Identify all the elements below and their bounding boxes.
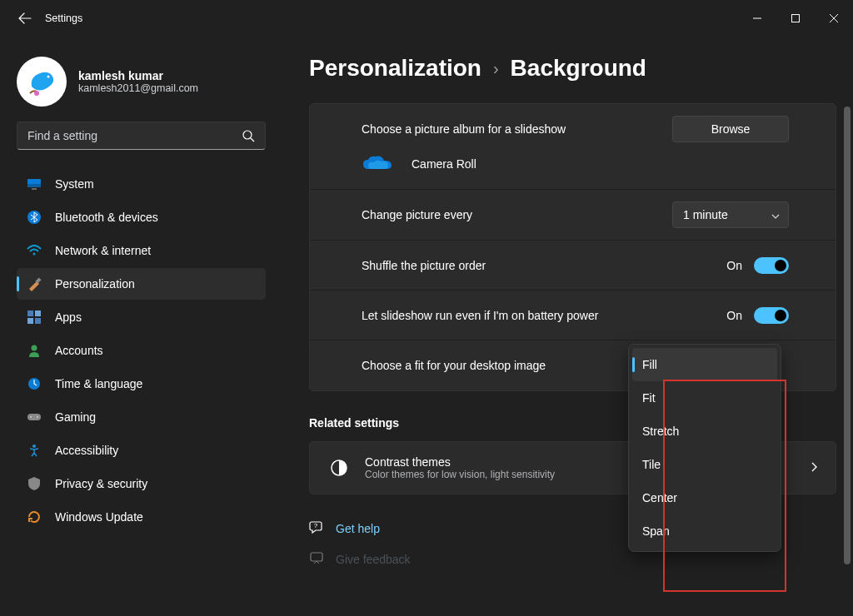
fit-option-tile[interactable]: Tile: [632, 448, 777, 481]
account-name: kamlesh kumar: [78, 69, 198, 82]
search-input[interactable]: [27, 129, 242, 142]
back-button[interactable]: [8, 2, 42, 35]
battery-row: Let slideshow run even if I'm on battery…: [310, 291, 836, 340]
sidebar-item-label: Bluetooth & devices: [55, 211, 158, 224]
fit-option-center[interactable]: Center: [632, 481, 777, 514]
album-name: Camera Roll: [412, 157, 476, 171]
choose-album-row: Choose a picture album for a slideshow B…: [310, 104, 836, 154]
svg-point-17: [30, 416, 32, 418]
breadcrumb: Personalization › Background: [309, 55, 836, 82]
sidebar-item-time[interactable]: Time & language: [17, 368, 266, 400]
give-feedback-link[interactable]: Give feedback: [309, 550, 836, 568]
shuffle-row: Shuffle the picture order On: [310, 241, 836, 291]
sidebar-item-personalization[interactable]: Personalization: [17, 268, 266, 300]
battery-value: On: [726, 309, 742, 322]
minimize-button[interactable]: [738, 6, 776, 31]
fit-option-span[interactable]: Span: [632, 514, 777, 548]
svg-text:?: ?: [314, 522, 318, 529]
arrow-left-icon: [18, 12, 32, 25]
minimize-icon: [753, 14, 761, 22]
contrast-icon: [328, 457, 350, 479]
browse-button[interactable]: Browse: [672, 116, 789, 142]
close-icon: [830, 14, 838, 22]
svg-rect-16: [27, 414, 41, 420]
sidebar-item-apps[interactable]: Apps: [17, 301, 266, 333]
sidebar-item-label: Privacy & security: [55, 477, 147, 490]
svg-rect-11: [35, 310, 41, 316]
svg-point-8: [33, 253, 36, 256]
onedrive-icon: [362, 154, 393, 174]
svg-rect-5: [27, 184, 41, 187]
feedback-icon: [309, 550, 324, 568]
fit-dropdown-menu: Fill Fit Stretch Tile Center Span: [628, 344, 781, 552]
sidebar-item-system[interactable]: System: [17, 168, 266, 200]
sidebar-item-label: Windows Update: [55, 510, 143, 524]
dropdown-value: 1 minute: [683, 208, 728, 221]
fit-option-fill[interactable]: Fill: [632, 348, 777, 381]
svg-point-1: [47, 76, 50, 78]
search-box[interactable]: [17, 122, 266, 150]
bird-icon: [22, 62, 62, 102]
account-email: kamlesh2011@gmail.com: [78, 82, 198, 94]
clock-globe-icon: [27, 376, 42, 391]
change-every-dropdown[interactable]: 1 minute: [672, 201, 789, 228]
sidebar-item-privacy[interactable]: Privacy & security: [17, 468, 266, 499]
chevron-right-icon: ›: [493, 59, 499, 78]
close-button[interactable]: [815, 6, 853, 31]
breadcrumb-current: Background: [511, 55, 646, 82]
nav-list: System Bluetooth & devices Network & int…: [17, 168, 266, 533]
svg-point-19: [32, 445, 36, 448]
maximize-icon: [791, 14, 800, 22]
update-icon: [27, 509, 42, 524]
change-every-row: Change picture every 1 minute: [310, 190, 836, 241]
give-feedback-text[interactable]: Give feedback: [336, 553, 411, 566]
monitor-icon: [27, 176, 42, 191]
bluetooth-icon: [27, 210, 42, 225]
sidebar-item-network[interactable]: Network & internet: [17, 235, 266, 266]
avatar: [17, 57, 67, 107]
album-current-row: Camera Roll: [310, 154, 836, 190]
search-icon: [242, 129, 255, 142]
shuffle-value: On: [726, 259, 742, 272]
breadcrumb-parent[interactable]: Personalization: [309, 55, 481, 82]
shuffle-toggle[interactable]: [754, 257, 789, 274]
sidebar-item-label: Time & language: [55, 377, 142, 390]
sidebar-item-update[interactable]: Windows Update: [17, 501, 266, 533]
svg-point-18: [37, 416, 38, 418]
maximize-button[interactable]: [776, 6, 815, 31]
svg-rect-12: [27, 318, 33, 324]
svg-rect-6: [32, 188, 37, 190]
chevron-right-icon: [811, 461, 817, 474]
battery-label: Let slideshow run even if I'm on battery…: [362, 309, 611, 322]
sidebar-item-label: System: [55, 177, 94, 191]
sidebar-item-accessibility[interactable]: Accessibility: [17, 435, 266, 466]
shuffle-label: Shuffle the picture order: [362, 259, 726, 272]
fit-option-stretch[interactable]: Stretch: [632, 415, 777, 448]
sidebar-item-label: Network & internet: [55, 244, 151, 257]
sidebar-item-bluetooth[interactable]: Bluetooth & devices: [17, 201, 266, 233]
contrast-sub: Color themes for low vision, light sensi…: [365, 469, 555, 480]
svg-rect-10: [27, 310, 33, 316]
chevron-down-icon: [771, 208, 780, 221]
svg-point-2: [34, 91, 39, 96]
svg-rect-0: [792, 15, 800, 22]
fit-option-fit[interactable]: Fit: [632, 381, 777, 415]
contrast-title: Contrast themes: [365, 455, 555, 469]
account-block[interactable]: kamlesh kumar kamlesh2011@gmail.com: [17, 52, 266, 122]
svg-point-14: [32, 345, 37, 351]
sidebar-item-label: Apps: [55, 310, 82, 324]
change-every-label: Change picture every: [362, 208, 672, 221]
svg-rect-22: [311, 553, 322, 561]
sidebar-item-label: Accounts: [55, 344, 103, 357]
gamepad-icon: [27, 410, 42, 425]
paintbrush-icon: [27, 276, 42, 291]
battery-toggle[interactable]: [754, 307, 789, 324]
sidebar-item-gaming[interactable]: Gaming: [17, 401, 266, 433]
sidebar-item-accounts[interactable]: Accounts: [17, 335, 266, 366]
shield-icon: [27, 476, 42, 491]
help-icon: ?: [309, 519, 324, 537]
svg-point-3: [243, 131, 252, 139]
accessibility-icon: [27, 443, 42, 458]
get-help-text[interactable]: Get help: [336, 522, 380, 535]
scrollbar[interactable]: [844, 107, 851, 564]
